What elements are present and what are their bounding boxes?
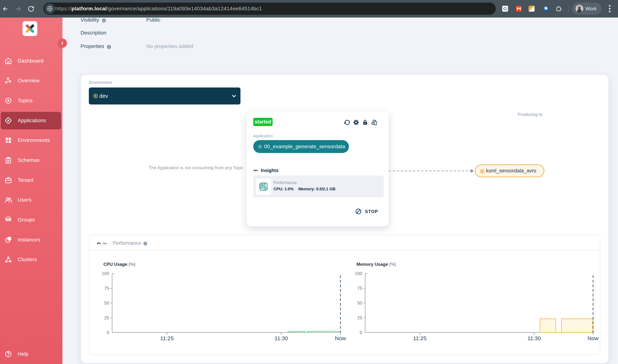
svg-text:100: 100 [102, 271, 109, 276]
svg-text:25: 25 [357, 315, 362, 320]
svg-text:11:25: 11:25 [413, 335, 427, 341]
svg-text:50: 50 [357, 300, 362, 305]
svg-text:75: 75 [357, 286, 362, 291]
svg-text:0: 0 [107, 330, 109, 335]
svg-text:25: 25 [104, 315, 109, 320]
svg-text:75: 75 [104, 286, 109, 291]
svg-text:0: 0 [360, 330, 362, 335]
svg-text:Now: Now [588, 335, 599, 341]
svg-text:Now: Now [335, 335, 346, 341]
svg-text:11:30: 11:30 [527, 335, 541, 341]
svg-text:50: 50 [104, 300, 109, 305]
svg-text:11:30: 11:30 [275, 335, 288, 341]
svg-text:100: 100 [355, 271, 362, 276]
svg-text:11:25: 11:25 [160, 335, 174, 341]
svg-text:C: C [503, 6, 506, 11]
